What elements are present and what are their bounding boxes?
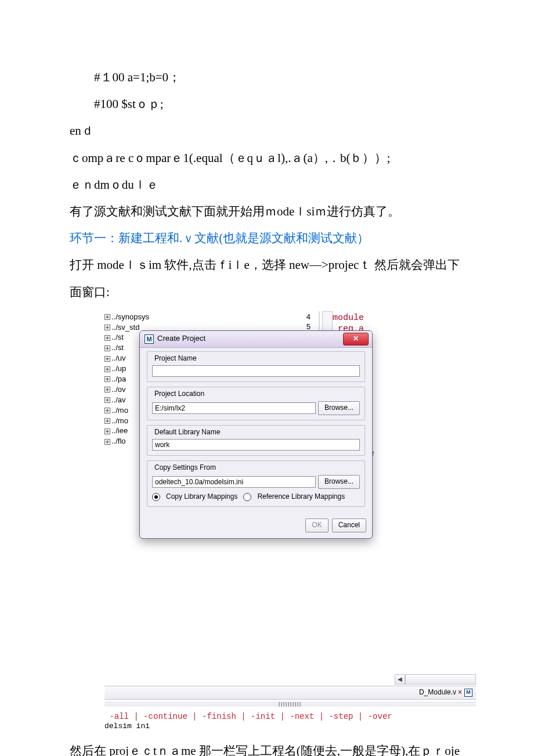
expand-icon bbox=[104, 366, 110, 372]
modelsim-mini-icon: M bbox=[464, 689, 472, 697]
ok-button[interactable]: OK bbox=[305, 519, 328, 532]
default-library-input[interactable] bbox=[152, 439, 360, 451]
code-line-2: #100 $stｏｐ; bbox=[70, 91, 464, 117]
copy-settings-label: Copy Settings From bbox=[152, 463, 218, 473]
scroll-left-button[interactable]: ◀ bbox=[395, 674, 405, 685]
horizontal-scrollbar[interactable] bbox=[405, 674, 476, 685]
tree-row[interactable]: ../pa bbox=[104, 375, 144, 384]
code-line-end: enｄ bbox=[70, 117, 464, 144]
close-button[interactable]: ✕ bbox=[343, 333, 369, 345]
tab-close-icon[interactable]: × bbox=[458, 688, 462, 697]
chevron-left-icon: ◀ bbox=[398, 675, 402, 683]
tree-row[interactable]: ../mo bbox=[104, 416, 144, 426]
expand-icon bbox=[104, 418, 110, 424]
create-project-dialog: M Create Project ✕ Project Name Project … bbox=[139, 330, 373, 539]
pane-divider[interactable] bbox=[104, 702, 476, 708]
tree-row[interactable]: ../iee bbox=[104, 426, 144, 436]
expand-icon bbox=[104, 325, 110, 330]
expand-icon bbox=[104, 356, 110, 362]
cancel-button[interactable]: Cancel bbox=[332, 519, 366, 532]
expand-icon bbox=[104, 439, 110, 445]
expand-icon bbox=[104, 408, 110, 413]
paragraph-open: 打开 modeｌｓim 软件,点击ｆiｌe，选择 new—>projecｔ 然后… bbox=[70, 251, 464, 305]
tree-row[interactable]: ../uv bbox=[104, 354, 144, 363]
expand-icon bbox=[104, 429, 110, 434]
modelsim-logo-icon: M bbox=[145, 334, 154, 344]
expand-icon bbox=[104, 376, 110, 382]
tree-row[interactable]: ../st bbox=[104, 333, 144, 343]
tree-row[interactable]: ../ov bbox=[104, 385, 144, 395]
console-output-red: -all | -continue | -finish | -init | -ne… bbox=[104, 711, 476, 722]
project-name-label: Project Name bbox=[152, 354, 199, 363]
tree-row[interactable]: ../synopsys bbox=[104, 312, 144, 322]
editor-tab-strip: D_Module.v × M bbox=[104, 686, 476, 700]
radio-reference-mappings[interactable] bbox=[243, 493, 251, 501]
expand-icon bbox=[104, 397, 110, 403]
embedded-screenshot: ../synopsys ../sv_std ../st ../st ../uv … bbox=[104, 311, 476, 732]
project-name-input[interactable] bbox=[152, 365, 360, 377]
expand-icon bbox=[104, 314, 110, 320]
tree-row[interactable]: ../st bbox=[104, 343, 144, 353]
library-tree: ../synopsys ../sv_std ../st ../st ../uv … bbox=[104, 311, 144, 471]
tab-label-text: D_Module.v bbox=[419, 688, 456, 697]
step1-heading: 环节一：新建工程和.ｖ文献(也就是源文献和测试文献） bbox=[70, 225, 464, 251]
code-line-1: #１00 a=1;b=0； bbox=[70, 64, 464, 91]
tree-row[interactable]: ../flo bbox=[104, 437, 144, 447]
expand-icon bbox=[104, 387, 110, 393]
paragraph-after: 然后在 projｅｃtｎａme 那一栏写上工程名(随便去,一般是字母),在ｐｒo… bbox=[70, 737, 464, 756]
project-location-label: Project Location bbox=[152, 390, 207, 399]
code-line-compare: ｃompａre cｏmparｅ1(.equal（ｅqｕａl),.ａ(a）,．b(… bbox=[70, 145, 464, 171]
tab-module[interactable]: D_Module.v × bbox=[419, 688, 462, 697]
tree-row[interactable]: ../av bbox=[104, 395, 144, 405]
project-location-input[interactable] bbox=[152, 402, 316, 414]
dialog-title-text: Create Project bbox=[157, 334, 205, 344]
code-line-endmodule: ｅｎdmｏduｌｅ bbox=[70, 171, 464, 198]
console-output: delsim ini bbox=[104, 722, 476, 732]
copy-settings-input[interactable] bbox=[152, 476, 316, 488]
grip-icon bbox=[279, 702, 302, 707]
close-icon: ✕ bbox=[353, 334, 359, 344]
radio-copy-mappings[interactable] bbox=[152, 493, 160, 501]
browse-location-button[interactable]: Browse... bbox=[318, 401, 360, 415]
paragraph-intro: 有了源文献和测试文献下面就开始用ｍodeｌsiｍ进行仿真了。 bbox=[70, 198, 464, 225]
default-library-label: Default Library Name bbox=[152, 428, 222, 437]
browse-settings-button[interactable]: Browse... bbox=[318, 475, 360, 489]
tree-row[interactable]: ../sv_std bbox=[104, 323, 144, 333]
tree-row[interactable]: ../mo bbox=[104, 406, 144, 416]
expand-icon bbox=[104, 345, 110, 351]
radio-copy-mappings-label: Copy Library Mappings bbox=[166, 492, 237, 502]
tree-row[interactable]: ../up bbox=[104, 364, 144, 374]
radio-reference-mappings-label: Reference Library Mappings bbox=[257, 492, 345, 502]
expand-icon bbox=[104, 335, 110, 341]
